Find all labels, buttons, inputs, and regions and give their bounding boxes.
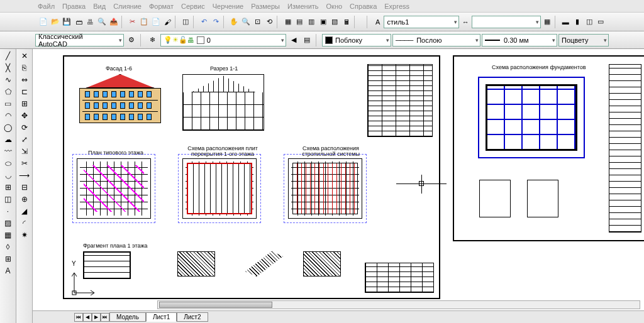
tab-sheet1[interactable]: Лист1 — [146, 312, 177, 322]
pan-button[interactable]: ✋ — [229, 16, 240, 28]
table-style-button[interactable]: ▦ — [541, 16, 553, 28]
window-tile-h-button[interactable]: ▬ — [560, 16, 571, 28]
linetype-combo[interactable]: ────Послою — [392, 34, 480, 47]
new-file-button[interactable]: 📄 — [38, 16, 49, 28]
ellipse-tool[interactable]: ⬭ — [2, 158, 14, 169]
open-file-button[interactable]: 📂 — [50, 16, 61, 28]
menu-express[interactable]: Express — [384, 3, 409, 10]
dim-style-combo[interactable] — [472, 16, 541, 28]
paste-button[interactable]: 📄 — [150, 16, 162, 28]
rectangle-tool[interactable]: ▭ — [2, 98, 14, 109]
hatch-tool[interactable]: ▨ — [2, 217, 14, 229]
explode-tool[interactable]: ✷ — [18, 229, 31, 241]
menu-draw[interactable]: Черчение — [213, 3, 244, 10]
window-tile-v-button[interactable]: ▮ — [572, 16, 583, 28]
circle-tool[interactable]: ◯ — [2, 122, 14, 133]
spline-tool[interactable]: 〰 — [2, 146, 14, 157]
menu-modify[interactable]: Изменить — [287, 3, 319, 10]
lineweight-combo[interactable]: 0.30 мм — [482, 34, 557, 47]
design-center-button[interactable]: ▤ — [294, 16, 305, 28]
menu-tools[interactable]: Сервис — [181, 3, 205, 10]
polygon-tool[interactable]: ⬠ — [2, 86, 14, 97]
gradient-tool[interactable]: ▦ — [2, 229, 14, 241]
point-tool[interactable]: · — [2, 205, 14, 217]
region-tool[interactable]: ◊ — [2, 241, 14, 253]
copy-button[interactable]: 📋 — [138, 16, 150, 28]
calc-button[interactable]: 🖩 — [341, 16, 352, 28]
window-cascade-button[interactable]: ◫ — [584, 16, 595, 28]
workspace-settings-button[interactable]: ⚙ — [125, 34, 138, 47]
markup-button[interactable]: ▧ — [330, 16, 341, 28]
plot-button[interactable]: 🖶 — [85, 16, 96, 28]
block-editor-button[interactable]: ◫ — [180, 16, 192, 28]
copy-tool[interactable]: ⎘ — [18, 62, 31, 74]
text-style-combo[interactable]: стиль1 — [384, 16, 459, 28]
cut-button[interactable]: ✂ — [126, 16, 138, 28]
rotate-tool[interactable]: ⟳ — [18, 122, 31, 133]
mirror-tool[interactable]: ⇔ — [18, 74, 31, 85]
xline-tool[interactable]: ╳ — [2, 62, 14, 74]
preview-button[interactable]: 🔍 — [97, 16, 108, 28]
break-tool[interactable]: ⊟ — [18, 182, 31, 193]
layer-combo[interactable]: 💡☀🔓🖶 0 — [160, 34, 286, 47]
stretch-tool[interactable]: ⇲ — [18, 146, 31, 157]
array-tool[interactable]: ⊞ — [18, 98, 31, 109]
publish-button[interactable]: 📤 — [108, 16, 119, 28]
tab-next-button[interactable]: ▶ — [92, 313, 101, 322]
scrollbar-thumb[interactable] — [159, 302, 272, 308]
window-arrange-button[interactable]: ▭ — [595, 16, 606, 28]
menu-format[interactable]: Формат — [149, 3, 174, 10]
workspace-combo[interactable]: Классический AutoCAD — [35, 34, 124, 47]
ellipse-arc-tool[interactable]: ◡ — [2, 170, 14, 181]
join-tool[interactable]: ⊕ — [18, 194, 31, 205]
mtext-tool[interactable]: A — [2, 265, 14, 276]
menu-merge[interactable]: Слияние — [113, 3, 142, 10]
trim-tool[interactable]: ✂ — [18, 158, 31, 169]
tool-palettes-button[interactable]: ▥ — [306, 16, 317, 28]
drawing-area[interactable]: Фасад 1-6 Разрез 1-1 План типового этажа — [33, 49, 644, 323]
tab-prev-button[interactable]: ◀ — [83, 313, 92, 322]
menu-window[interactable]: Окно — [326, 3, 343, 10]
layer-previous-button[interactable]: ◀ — [287, 34, 300, 47]
menu-file[interactable]: Файл — [38, 3, 55, 10]
line-tool[interactable]: ╱ — [2, 50, 14, 62]
saveall-button[interactable]: 🗃 — [73, 16, 84, 28]
menu-view[interactable]: Вид — [93, 3, 106, 10]
table-tool[interactable]: ⊞ — [2, 253, 14, 265]
matchprop-button[interactable]: 🖌 — [162, 16, 174, 28]
save-button[interactable]: 💾 — [61, 16, 72, 28]
properties-button[interactable]: ▦ — [282, 16, 294, 28]
tab-last-button[interactable]: ⏭ — [101, 313, 109, 322]
text-style-icon[interactable]: A — [372, 16, 384, 28]
scale-tool[interactable]: ⤢ — [18, 134, 31, 145]
insert-block-tool[interactable]: ⊞ — [2, 182, 14, 193]
zoom-realtime-button[interactable]: 🔍 — [240, 16, 252, 28]
tab-sheet2[interactable]: Лист2 — [177, 312, 208, 322]
arc-tool[interactable]: ◠ — [2, 110, 14, 121]
menu-help[interactable]: Справка — [350, 3, 377, 10]
zoom-previous-button[interactable]: ⟲ — [264, 16, 275, 28]
redo-button[interactable]: ↷ — [210, 16, 221, 28]
tab-first-button[interactable]: ⏮ — [74, 313, 83, 322]
undo-button[interactable]: ↶ — [199, 16, 210, 28]
plotstyle-combo[interactable]: Поцвету — [558, 34, 609, 47]
dim-style-button[interactable]: ↔ — [460, 16, 471, 28]
color-combo[interactable]: Поблоку — [322, 34, 391, 47]
fillet-tool[interactable]: ◜ — [18, 217, 31, 229]
chamfer-tool[interactable]: ◢ — [18, 205, 31, 217]
layer-states-button[interactable]: ▤ — [301, 34, 313, 47]
zoom-window-button[interactable]: ⊡ — [252, 16, 264, 28]
extend-tool[interactable]: ⟶ — [18, 170, 31, 181]
offset-tool[interactable]: ⊏ — [18, 86, 31, 97]
horizontal-scrollbar[interactable] — [157, 300, 640, 309]
menu-dimension[interactable]: Размеры — [251, 3, 280, 10]
layer-props-button[interactable]: ❄ — [147, 34, 159, 47]
revcloud-tool[interactable]: ☁ — [2, 134, 14, 145]
move-tool[interactable]: ✥ — [18, 110, 31, 121]
sheet-set-button[interactable]: ▣ — [318, 16, 329, 28]
erase-tool[interactable]: ✕ — [18, 50, 31, 62]
menu-edit[interactable]: Правка — [62, 3, 86, 10]
pline-tool[interactable]: ∿ — [2, 74, 14, 85]
tab-model[interactable]: Модель — [109, 312, 146, 322]
make-block-tool[interactable]: ◫ — [2, 194, 14, 205]
